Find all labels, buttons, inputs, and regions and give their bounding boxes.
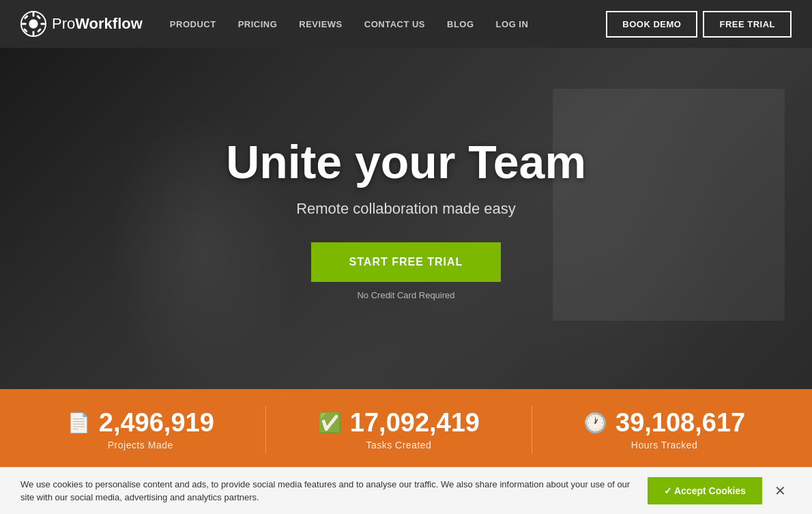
svg-rect-7 bbox=[37, 28, 42, 33]
stat-tasks-top: ✅ 17,092,419 bbox=[318, 410, 480, 436]
hours-label: Hours Tracked bbox=[631, 440, 698, 451]
start-trial-button[interactable]: START FREE TRIAL bbox=[311, 242, 502, 282]
navbar: ProWorkflow PRODUCT PRICING REVIEWS CONT… bbox=[0, 0, 812, 48]
hours-number: 39,108,617 bbox=[615, 410, 745, 436]
accept-cookies-button[interactable]: ✓ Accept Cookies bbox=[648, 477, 762, 504]
nav-reviews[interactable]: REVIEWS bbox=[299, 19, 342, 29]
hero-subtitle: Remote collaboration made easy bbox=[226, 200, 586, 218]
projects-number: 2,496,919 bbox=[99, 410, 214, 436]
svg-rect-4 bbox=[22, 23, 27, 25]
stat-tasks: ✅ 17,092,419 Tasks Created bbox=[318, 410, 480, 451]
cookie-actions: ✓ Accept Cookies ✕ bbox=[648, 477, 792, 504]
checkmark-icon: ✅ bbox=[318, 412, 342, 434]
logo-text: ProWorkflow bbox=[52, 15, 143, 33]
free-trial-button[interactable]: FREE TRIAL bbox=[703, 11, 792, 38]
hero-section: Unite your Team Remote collaboration mad… bbox=[0, 48, 812, 389]
nav-login[interactable]: LOG IN bbox=[496, 19, 529, 29]
svg-rect-8 bbox=[36, 15, 41, 20]
document-icon: 📄 bbox=[67, 412, 91, 434]
stat-projects-top: 📄 2,496,919 bbox=[67, 410, 214, 436]
svg-rect-2 bbox=[33, 12, 35, 17]
nav-links: PRODUCT PRICING REVIEWS CONTACT US BLOG … bbox=[170, 19, 606, 29]
hero-title: Unite your Team bbox=[226, 137, 586, 188]
nav-blog[interactable]: BLOG bbox=[447, 19, 474, 29]
book-demo-button[interactable]: BOOK DEMO bbox=[606, 11, 697, 38]
svg-rect-5 bbox=[40, 23, 45, 25]
stat-hours-top: 🕐 39,108,617 bbox=[583, 410, 745, 436]
stat-projects: 📄 2,496,919 Projects Made bbox=[67, 410, 214, 451]
cookie-text: We use cookies to personalise content an… bbox=[20, 478, 634, 504]
stat-divider-2 bbox=[532, 406, 532, 454]
stat-divider-1 bbox=[265, 406, 266, 454]
hero-right-panel bbox=[553, 89, 785, 321]
nav-buttons: BOOK DEMO FREE TRIAL bbox=[606, 11, 792, 38]
svg-point-1 bbox=[29, 19, 38, 28]
projects-label: Projects Made bbox=[108, 440, 173, 451]
no-credit-card-text: No Credit Card Required bbox=[226, 290, 586, 300]
svg-rect-3 bbox=[33, 31, 35, 35]
stats-bar: 📄 2,496,919 Projects Made ✅ 17,092,419 T… bbox=[0, 389, 812, 471]
close-cookie-button[interactable]: ✕ bbox=[769, 480, 792, 502]
logo[interactable]: ProWorkflow bbox=[20, 11, 143, 37]
nav-contact[interactable]: CONTACT US bbox=[364, 19, 425, 29]
gear-icon bbox=[20, 11, 46, 37]
tasks-number: 17,092,419 bbox=[350, 410, 480, 436]
tasks-label: Tasks Created bbox=[366, 440, 431, 451]
stat-hours: 🕐 39,108,617 Hours Tracked bbox=[583, 410, 745, 451]
hero-content: Unite your Team Remote collaboration mad… bbox=[226, 137, 586, 300]
nav-pricing[interactable]: PRICING bbox=[238, 19, 278, 29]
cookie-banner: We use cookies to personalise content an… bbox=[0, 467, 812, 514]
clock-icon: 🕐 bbox=[583, 412, 607, 434]
nav-product[interactable]: PRODUCT bbox=[170, 19, 216, 29]
